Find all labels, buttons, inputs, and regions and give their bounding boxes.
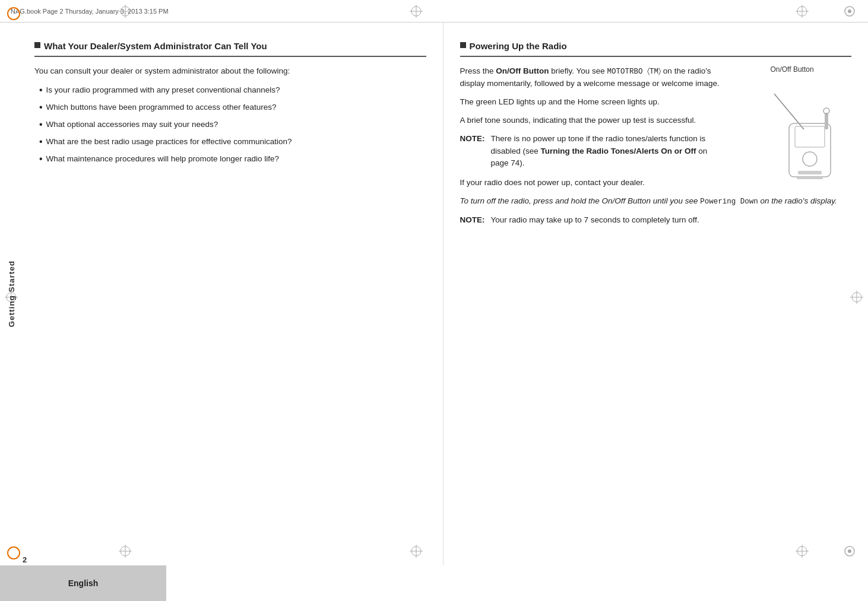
svg-point-31	[803, 152, 817, 166]
right-column: Powering Up the Radio On/Off Button Pres…	[443, 23, 869, 565]
english-tab: English	[0, 565, 166, 601]
diagram-label: On/Off Button	[733, 65, 851, 74]
sidebar-tab: Getting Started	[0, 23, 23, 565]
bullet-list: Is your radio programmed with any preset…	[34, 84, 426, 165]
top-right-crosshair	[796, 5, 809, 20]
note2-block: NOTE: Your radio may take up to 7 second…	[460, 214, 852, 227]
list-item: Is your radio programmed with any preset…	[34, 84, 426, 97]
right-para5: To turn off the radio, press and hold th…	[460, 195, 852, 208]
svg-rect-33	[797, 177, 823, 179]
list-item: What optional accessories may suit your …	[34, 119, 426, 131]
page-number: 2	[23, 555, 27, 564]
english-tab-label: English	[68, 578, 99, 588]
top-left-reg-mark	[7, 7, 20, 20]
note2-content: Your radio may take up to 7 seconds to c…	[491, 214, 699, 227]
note2-label: NOTE:	[460, 214, 485, 227]
top-left-crosshair	[119, 5, 132, 20]
radio-diagram	[756, 76, 840, 183]
svg-line-28	[774, 94, 804, 129]
left-section-heading: What Your Dealer/System Administrator Ca…	[34, 40, 426, 57]
sidebar-tab-label: Getting Started	[7, 260, 16, 327]
heading-square-icon	[34, 42, 40, 48]
diagram-container: On/Off Button	[733, 65, 851, 185]
left-heading-text: What Your Dealer/System Administrator Ca…	[44, 40, 267, 52]
svg-point-10	[848, 9, 851, 13]
left-intro: You can consult your dealer or system ad…	[34, 65, 426, 78]
top-center-crosshair	[410, 5, 423, 20]
list-item: What are the best radio usage practices …	[34, 136, 426, 148]
list-item: Which buttons have been programmed to ac…	[34, 101, 426, 114]
right-section-heading: Powering Up the Radio	[460, 40, 852, 57]
note1-block: NOTE: There is no power up tone if the r…	[460, 133, 727, 170]
svg-rect-30	[795, 126, 825, 147]
svg-rect-34	[825, 113, 828, 129]
left-column: What Your Dealer/System Administrator Ca…	[23, 23, 443, 565]
top-far-right-circle	[843, 5, 856, 20]
heading-square-icon-right	[460, 42, 466, 48]
note1-label: NOTE:	[460, 133, 485, 170]
svg-rect-32	[798, 171, 822, 174]
header-text: NAG.book Page 2 Thursday, January 3, 201…	[11, 8, 169, 15]
content-area: What Your Dealer/System Administrator Ca…	[23, 23, 868, 565]
note1-content: There is no power up tone if the radio t…	[491, 133, 727, 170]
list-item: What maintenance procedures will help pr…	[34, 153, 426, 166]
right-heading-text: Powering Up the Radio	[470, 40, 567, 52]
